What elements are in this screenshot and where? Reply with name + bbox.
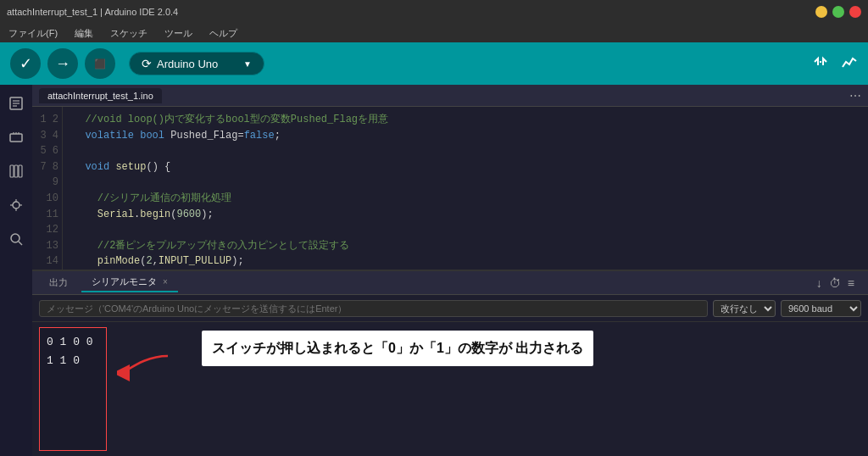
editor-area: attachInterrupt_test_1.ino ⋯ 1 2 3 4 5 6… — [32, 85, 868, 456]
serial-plotter-button[interactable] — [841, 53, 858, 75]
menu-help[interactable]: ヘルプ — [206, 27, 241, 40]
serial-plotter-icon — [841, 53, 858, 70]
boards-icon — [8, 130, 24, 145]
maximize-button[interactable]: □ — [832, 6, 844, 18]
serial-content-area: 0 1 0 0 1 1 0 スイッチが押し込まれると「0」か「1」の数字が 出力… — [32, 322, 868, 456]
board-selector[interactable]: ⟳ Arduino Uno ▼ — [129, 52, 264, 75]
board-name: Arduino Uno — [157, 58, 238, 70]
sketchbook-icon — [8, 96, 24, 111]
line-numbers: 1 2 3 4 5 6 7 8 9 10 11 12 13 14 15 16 1… — [32, 107, 63, 270]
file-tab-item[interactable]: attachInterrupt_test_1.ino — [39, 88, 162, 103]
svg-point-17 — [11, 234, 19, 242]
sidebar-item-boards[interactable] — [4, 125, 28, 149]
panel-toolbar: ↓ ⏱ ≡ — [816, 276, 861, 290]
svg-rect-5 — [10, 134, 22, 142]
serial-monitor-icon — [812, 53, 829, 70]
file-tab-bar: attachInterrupt_test_1.ino ⋯ — [32, 85, 868, 107]
serial-input-row: 改行なしLFCR+LF 9600 baud115200 baud — [32, 295, 868, 322]
titlebar: attachInterrupt_test_1 | Arduino IDE 2.0… — [0, 0, 868, 24]
svg-rect-11 — [19, 165, 22, 177]
baud-rate-select[interactable]: 9600 baud115200 baud — [781, 300, 861, 317]
sidebar — [0, 85, 32, 456]
svg-point-12 — [13, 202, 19, 209]
svg-rect-10 — [14, 165, 18, 177]
code-content[interactable]: //void loop()内で変化するbool型の変数Pushed_Flagを用… — [63, 107, 868, 270]
tab-output[interactable]: 出力 — [39, 274, 78, 292]
menu-file[interactable]: ファイル(F) — [5, 27, 61, 40]
menubar: ファイル(F) 編集 スケッチ ツール ヘルプ — [0, 24, 868, 42]
window-controls: ─ □ ✕ — [815, 6, 861, 18]
sidebar-item-sketchbook[interactable] — [4, 92, 28, 115]
upload-button[interactable]: → — [47, 48, 78, 79]
verify-icon: ✓ — [19, 54, 32, 73]
debug-icon: ⬛ — [94, 58, 106, 70]
autoscroll-icon[interactable]: ↓ — [816, 276, 822, 290]
tab-serial-monitor[interactable]: シリアルモニタ × — [81, 273, 178, 292]
toolbar: ✓ → ⬛ ⟳ Arduino Uno ▼ — [0, 42, 868, 85]
tab-close-button[interactable]: × — [163, 277, 168, 286]
sidebar-item-libraries[interactable] — [4, 159, 28, 183]
main-content: attachInterrupt_test_1.ino ⋯ 1 2 3 4 5 6… — [0, 85, 868, 456]
menu-sketch[interactable]: スケッチ — [107, 27, 151, 40]
svg-rect-9 — [10, 165, 14, 177]
toolbar-right — [812, 53, 858, 75]
titlebar-title: attachInterrupt_test_1 | Arduino IDE 2.0… — [7, 7, 178, 17]
sidebar-item-debug[interactable] — [4, 193, 28, 217]
minimize-button[interactable]: ─ — [815, 6, 827, 18]
line-ending-select[interactable]: 改行なしLFCR+LF — [713, 300, 776, 317]
bottom-panel: 出力 シリアルモニタ × ↓ ⏱ ≡ 改行なしLFCR+LF 9600 baud… — [32, 270, 868, 456]
serial-message-input[interactable] — [39, 300, 708, 317]
verify-button[interactable]: ✓ — [10, 48, 41, 79]
debug-button[interactable]: ⬛ — [85, 48, 115, 79]
svg-line-18 — [19, 242, 22, 245]
code-editor: 1 2 3 4 5 6 7 8 9 10 11 12 13 14 15 16 1… — [32, 107, 868, 270]
sidebar-item-search[interactable] — [4, 227, 28, 251]
annotation: スイッチが押し込まれると「0」か「1」の数字が 出力される — [117, 331, 593, 381]
timestamp-icon[interactable]: ⏱ — [829, 276, 841, 290]
menu-edit[interactable]: 編集 — [71, 27, 97, 40]
board-icon: ⟳ — [142, 57, 152, 70]
search-icon — [8, 231, 24, 247]
debug-sidebar-icon — [8, 197, 24, 213]
upload-icon: → — [55, 55, 70, 73]
serial-output: 0 1 0 0 1 1 0 — [39, 327, 107, 451]
annotation-text: スイッチが押し込まれると「0」か「1」の数字が 出力される — [202, 331, 593, 366]
annotation-arrow — [117, 331, 176, 381]
libraries-icon — [8, 164, 24, 179]
panel-tab-bar: 出力 シリアルモニタ × ↓ ⏱ ≡ — [32, 271, 868, 295]
panel-menu-icon[interactable]: ≡ — [848, 276, 854, 290]
more-tabs-button[interactable]: ⋯ — [849, 89, 861, 103]
close-button[interactable]: ✕ — [849, 6, 861, 18]
menu-tools[interactable]: ツール — [161, 27, 196, 40]
dropdown-arrow-icon: ▼ — [243, 59, 252, 69]
serial-monitor-button[interactable] — [812, 53, 829, 75]
